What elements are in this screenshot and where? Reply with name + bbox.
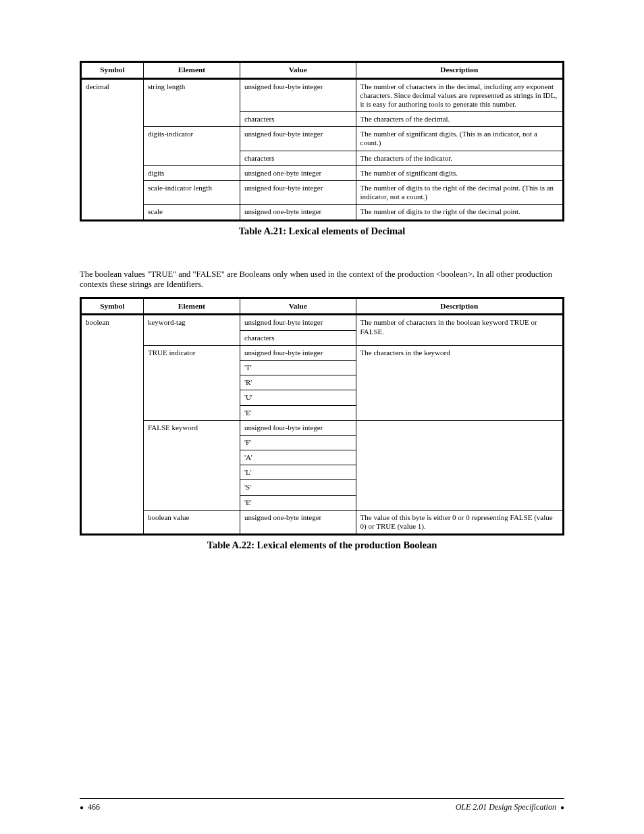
thb-symbol: Symbol bbox=[81, 298, 144, 315]
table-row: FALSE keyword unsigned four-byte integer bbox=[81, 420, 564, 435]
cell-element: FALSE keyword bbox=[143, 420, 240, 510]
cell-desc: The number of digits to the right of the… bbox=[356, 205, 563, 220]
cell-desc: The value of this byte is either 0 or 0 … bbox=[356, 510, 563, 534]
cell-element: string length bbox=[143, 78, 240, 127]
tha-desc: Description bbox=[356, 62, 563, 79]
cell-value: unsigned four-byte integer bbox=[240, 420, 356, 435]
cell-symbol: decimal bbox=[81, 78, 144, 220]
cell-value: unsigned four-byte integer bbox=[240, 78, 356, 112]
bullet-icon: ● bbox=[560, 804, 564, 811]
cell-element: digits-indicator bbox=[143, 127, 240, 166]
page-footer: ● 466 OLE 2.01 Design Specification ● bbox=[80, 798, 564, 812]
thb-element: Element bbox=[143, 298, 240, 315]
footer-title: OLE 2.01 Design Specification bbox=[456, 802, 556, 812]
table-row: digits-indicator unsigned four-byte inte… bbox=[81, 127, 564, 151]
cell-symbol: boolean bbox=[81, 315, 144, 535]
table-a-title: Table A.21: Lexical elements of Decimal bbox=[80, 226, 564, 237]
cell-value: 'E' bbox=[240, 405, 356, 420]
cell-desc: The number of characters in the decimal,… bbox=[356, 78, 563, 112]
cell-value: characters bbox=[240, 112, 356, 127]
cell-desc: The characters of the indicator. bbox=[356, 151, 563, 165]
table-row: scale-indicator length unsigned four-byt… bbox=[81, 181, 564, 205]
cell-value: 'S' bbox=[240, 480, 356, 495]
cell-value: characters bbox=[240, 151, 356, 165]
thb-value: Value bbox=[240, 298, 356, 315]
cell-value: 'L' bbox=[240, 465, 356, 480]
tha-element: Element bbox=[143, 62, 240, 79]
cell-value: unsigned four-byte integer bbox=[240, 181, 356, 205]
cell-value: 'T' bbox=[240, 360, 356, 375]
cell-value: unsigned one-byte integer bbox=[240, 165, 356, 180]
tha-value: Value bbox=[240, 62, 356, 79]
bullet-icon: ● bbox=[80, 804, 84, 811]
table-row: TRUE indicator unsigned four-byte intege… bbox=[81, 345, 564, 360]
cell-desc bbox=[356, 420, 563, 510]
table-b-title: Table A.22: Lexical elements of the prod… bbox=[80, 540, 564, 551]
cell-element: scale bbox=[143, 205, 240, 220]
cell-value: unsigned one-byte integer bbox=[240, 510, 356, 534]
table-row: scale unsigned one-byte integer The numb… bbox=[81, 205, 564, 220]
thb-desc: Description bbox=[356, 298, 563, 315]
cell-value: unsigned one-byte integer bbox=[240, 205, 356, 220]
cell-value: characters bbox=[240, 330, 356, 345]
cell-element: TRUE indicator bbox=[143, 345, 240, 420]
cell-desc: The number of significant digits. (This … bbox=[356, 127, 563, 151]
cell-element: digits bbox=[143, 165, 240, 180]
table-a-decimal: Symbol Element Value Description decimal… bbox=[80, 61, 564, 221]
table-row: boolean value unsigned one-byte integer … bbox=[81, 510, 564, 534]
cell-value: 'R' bbox=[240, 375, 356, 390]
table-row: digits unsigned one-byte integer The num… bbox=[81, 165, 564, 180]
cell-value: unsigned four-byte integer bbox=[240, 345, 356, 360]
cell-element: keyword-tag bbox=[143, 315, 240, 345]
cell-desc: The number of characters in the boolean … bbox=[356, 315, 563, 345]
cell-value: 'E' bbox=[240, 495, 356, 510]
footer-page-number: 466 bbox=[88, 802, 100, 812]
cell-element: boolean value bbox=[143, 510, 240, 534]
tha-symbol: Symbol bbox=[81, 62, 144, 79]
cell-value: unsigned four-byte integer bbox=[240, 315, 356, 330]
cell-value: 'U' bbox=[240, 390, 356, 405]
table-b-boolean: Symbol Element Value Description boolean… bbox=[80, 297, 564, 536]
cell-desc: The number of significant digits. bbox=[356, 165, 563, 180]
cell-desc: The number of digits to the right of the… bbox=[356, 181, 563, 205]
table-b-description: The boolean values "TRUE" and "FALSE" ar… bbox=[80, 269, 564, 290]
table-row: decimal string length unsigned four-byte… bbox=[81, 78, 564, 112]
cell-desc: The characters in the keyword bbox=[356, 345, 563, 420]
cell-value: 'A' bbox=[240, 450, 356, 465]
cell-value: unsigned four-byte integer bbox=[240, 127, 356, 151]
table-row: boolean keyword-tag unsigned four-byte i… bbox=[81, 315, 564, 330]
cell-element: scale-indicator length bbox=[143, 181, 240, 205]
cell-value: 'F' bbox=[240, 435, 356, 450]
cell-desc: The characters of the decimal. bbox=[356, 112, 563, 127]
